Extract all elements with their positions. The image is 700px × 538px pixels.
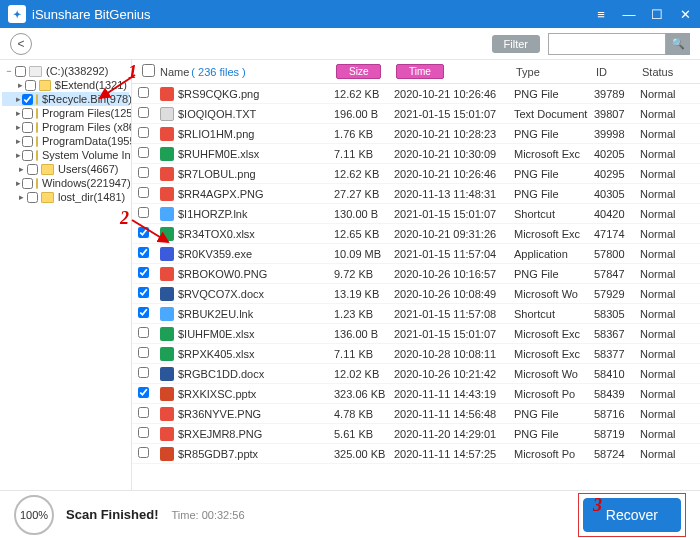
table-row[interactable]: $I1HORZP.lnk 130.00 B 2021-01-15 15:01:0… [132,204,700,224]
tree-item[interactable]: ▸ System Volume Information(6) [2,148,129,162]
minimize-button[interactable]: — [622,7,636,21]
drive-icon [29,66,42,77]
file-pptx-icon [160,387,174,401]
tree-checkbox[interactable] [22,136,33,147]
row-checkbox[interactable] [138,167,149,178]
table-row[interactable]: $RBOKOW0.PNG 9.72 KB 2020-10-26 10:16:57… [132,264,700,284]
row-checkbox[interactable] [138,207,149,218]
tree-checkbox[interactable] [22,122,33,133]
file-status: Normal [640,388,700,400]
file-id: 40420 [594,208,640,220]
row-checkbox[interactable] [138,387,149,398]
file-time: 2020-10-26 10:16:57 [394,268,514,280]
row-checkbox[interactable] [138,267,149,278]
row-checkbox[interactable] [138,287,149,298]
col-status[interactable]: Status [638,66,698,78]
row-checkbox[interactable] [138,227,149,238]
search-input[interactable] [548,33,666,55]
expand-icon[interactable]: ▸ [16,136,21,146]
tree-item[interactable]: ▸ Program Files (x86)(7470) [2,120,129,134]
tree-checkbox[interactable] [27,192,38,203]
tree-checkbox[interactable] [22,150,33,161]
file-type: PNG File [514,88,594,100]
search-button[interactable]: 🔍 [666,33,690,55]
tree-checkbox[interactable] [22,94,33,105]
expand-icon[interactable]: ▸ [16,164,26,174]
row-checkbox[interactable] [138,147,149,158]
expand-icon[interactable]: ▸ [16,108,21,118]
expand-icon[interactable]: ▸ [16,80,24,90]
table-row[interactable]: $R85GDB7.pptx 325.00 KB 2020-11-11 14:57… [132,444,700,464]
row-checkbox[interactable] [138,247,149,258]
tree-item[interactable]: ▸ Windows(221947) [2,176,129,190]
tree-item[interactable]: ▸ Program Files(12576) [2,106,129,120]
tree-item[interactable]: ▸ $Recycle.Bin(978) [2,92,129,106]
col-name[interactable]: Name ( 236 files ) [156,66,332,78]
row-checkbox[interactable] [138,427,149,438]
tree-checkbox[interactable] [15,66,26,77]
col-id[interactable]: ID [592,66,638,78]
row-checkbox[interactable] [138,407,149,418]
folder-tree[interactable]: − (C:)(338292) ▸ $Extend(1321)▸ $Recycle… [0,60,132,490]
tree-root[interactable]: − (C:)(338292) [2,64,129,78]
row-checkbox[interactable] [138,87,149,98]
file-size: 130.00 B [334,208,394,220]
file-name: $RUHFM0E.xlsx [178,148,334,160]
expand-icon[interactable]: ▸ [16,150,21,160]
table-row[interactable]: $IOQIQOH.TXT 196.00 B 2021-01-15 15:01:0… [132,104,700,124]
table-row[interactable]: $RS9CQKG.png 12.62 KB 2020-10-21 10:26:4… [132,84,700,104]
table-row[interactable]: $RLIO1HM.png 1.76 KB 2020-10-21 10:28:23… [132,124,700,144]
filter-button[interactable]: Filter [492,35,540,53]
table-row[interactable]: $R0KV359.exe 10.09 MB 2021-01-15 11:57:0… [132,244,700,264]
file-status: Normal [640,248,700,260]
col-size[interactable]: Size [332,64,392,79]
table-row[interactable]: $R7LOBUL.png 12.62 KB 2020-10-21 10:26:4… [132,164,700,184]
table-row[interactable]: $R36NYVE.PNG 4.78 KB 2020-11-11 14:56:48… [132,404,700,424]
col-type[interactable]: Type [512,66,592,78]
file-name: $R36NYVE.PNG [178,408,334,420]
menu-icon[interactable]: ≡ [594,7,608,21]
row-checkbox[interactable] [138,307,149,318]
tree-checkbox[interactable] [22,108,33,119]
tree-checkbox[interactable] [25,80,36,91]
table-row[interactable]: $RBUK2EU.lnk 1.23 KB 2021-01-15 11:57:08… [132,304,700,324]
file-list[interactable]: $RS9CQKG.png 12.62 KB 2020-10-21 10:26:4… [132,84,700,490]
col-time[interactable]: Time [392,64,512,79]
table-row[interactable]: $RUHFM0E.xlsx 7.11 KB 2020-10-21 10:30:0… [132,144,700,164]
row-checkbox[interactable] [138,447,149,458]
table-row[interactable]: $RGBC1DD.docx 12.02 KB 2020-10-26 10:21:… [132,364,700,384]
table-row[interactable]: $RXKIXSC.pptx 323.06 KB 2020-11-11 14:43… [132,384,700,404]
recover-button[interactable]: Recover [583,498,681,532]
table-row[interactable]: $RR4AGPX.PNG 27.27 KB 2020-11-13 11:48:3… [132,184,700,204]
tree-checkbox[interactable] [27,164,38,175]
expand-icon[interactable]: ▸ [16,178,21,188]
file-type: PNG File [514,408,594,420]
row-checkbox[interactable] [138,187,149,198]
table-row[interactable]: $RVQCO7X.docx 13.19 KB 2020-10-26 10:08:… [132,284,700,304]
select-all-checkbox[interactable] [142,64,155,77]
file-id: 57929 [594,288,640,300]
table-row[interactable]: $RXEJMR8.PNG 5.61 KB 2020-11-20 14:29:01… [132,424,700,444]
row-checkbox[interactable] [138,327,149,338]
row-checkbox[interactable] [138,127,149,138]
expand-icon[interactable]: ▸ [16,122,21,132]
row-checkbox[interactable] [138,347,149,358]
tree-item[interactable]: ▸ ProgramData(1955) [2,134,129,148]
tree-label: System Volume Information(6) [42,149,132,161]
tree-item[interactable]: ▸ Users(4667) [2,162,129,176]
maximize-button[interactable]: ☐ [650,7,664,21]
table-row[interactable]: $RPXK405.xlsx 7.11 KB 2020-10-28 10:08:1… [132,344,700,364]
tree-item[interactable]: ▸ lost_dir(1481) [2,190,129,204]
table-row[interactable]: $IUHFM0E.xlsx 136.00 B 2021-01-15 15:01:… [132,324,700,344]
collapse-icon[interactable]: − [4,66,14,76]
expand-icon[interactable]: ▸ [16,192,26,202]
tree-item[interactable]: ▸ $Extend(1321) [2,78,129,92]
file-type: PNG File [514,268,594,280]
close-button[interactable]: ✕ [678,7,692,21]
back-button[interactable]: < [10,33,32,55]
row-checkbox[interactable] [138,107,149,118]
expand-icon[interactable]: ▸ [16,94,21,104]
table-row[interactable]: $R34TOX0.xlsx 12.65 KB 2020-10-21 09:31:… [132,224,700,244]
tree-checkbox[interactable] [22,178,33,189]
row-checkbox[interactable] [138,367,149,378]
